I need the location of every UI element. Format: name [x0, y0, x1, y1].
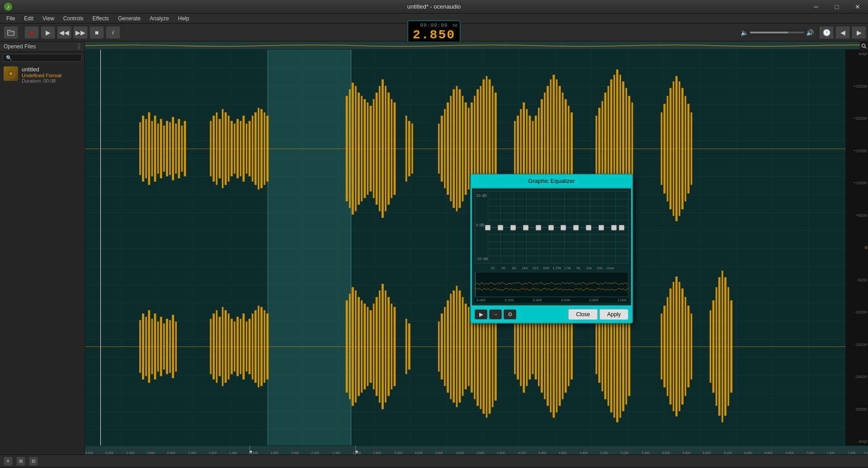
svg-rect-26	[222, 109, 224, 188]
close-button[interactable]: ✕	[847, 0, 868, 14]
svg-rect-122	[681, 88, 684, 210]
eq-handles-row	[488, 192, 628, 263]
svg-rect-63	[441, 116, 443, 182]
svg-rect-50	[370, 106, 372, 192]
svg-rect-170	[379, 290, 381, 402]
stop-button[interactable]: ■	[90, 26, 104, 39]
svg-rect-158	[266, 314, 269, 379]
eq-play-button[interactable]: ▶	[475, 309, 487, 319]
view-details-button[interactable]: ⊟	[29, 457, 38, 466]
svg-rect-186	[462, 297, 464, 396]
time-display: 00:00:00	[420, 23, 448, 28]
view-grid-button[interactable]: ⊞	[16, 457, 25, 466]
svg-rect-36	[252, 116, 254, 182]
svg-rect-162	[355, 290, 357, 402]
eq-handle-40[interactable]	[498, 225, 503, 230]
eq-handle-gain[interactable]	[619, 225, 624, 230]
eq-handle-20k[interactable]	[611, 225, 617, 230]
svg-rect-30	[234, 124, 236, 174]
svg-rect-43	[349, 89, 351, 208]
svg-rect-173	[387, 297, 390, 396]
y-label-15000-top: +15000	[847, 149, 867, 153]
menu-generate[interactable]: Generate	[113, 14, 145, 23]
sidebar-resize-handle[interactable]: ⣿	[77, 43, 81, 50]
svg-rect-159	[346, 300, 348, 393]
eq-handle-2500[interactable]	[573, 225, 579, 230]
svg-rect-157	[264, 310, 265, 383]
waveform-canvas[interactable]	[85, 50, 845, 445]
eq-handle-630[interactable]	[548, 225, 554, 230]
svg-rect-41	[266, 116, 269, 182]
menu-view[interactable]: View	[38, 14, 59, 23]
eq-handle-160[interactable]	[523, 225, 528, 230]
menu-edit[interactable]: Edit	[19, 14, 38, 23]
svg-rect-56	[387, 93, 390, 205]
prev-button[interactable]: ◀◀	[57, 26, 71, 39]
file-format: Undefined Format	[22, 73, 61, 78]
svg-rect-34	[246, 124, 248, 174]
open-button[interactable]	[4, 26, 18, 39]
svg-rect-25	[219, 119, 221, 178]
play-button[interactable]: ▶	[41, 26, 55, 39]
svg-rect-15	[166, 121, 168, 177]
file-list-item[interactable]: untitled Undefined Format Duration: 00:0…	[0, 64, 85, 86]
menu-help[interactable]: Help	[174, 14, 194, 23]
svg-rect-45	[355, 86, 357, 211]
svg-rect-230	[661, 314, 663, 379]
svg-rect-218	[595, 319, 597, 374]
eq-handle-1250[interactable]	[561, 225, 566, 230]
eq-freq-20k: 20k	[594, 266, 605, 270]
svg-rect-134	[163, 323, 165, 370]
svg-line-5	[865, 47, 866, 48]
info-button[interactable]: i	[106, 26, 120, 39]
eq-handle-10k[interactable]	[599, 225, 604, 230]
svg-rect-20	[181, 126, 183, 172]
eq-settings-button[interactable]: ⚙	[504, 309, 516, 319]
svg-rect-236	[679, 282, 680, 411]
maximize-button[interactable]: □	[826, 0, 847, 14]
eq-handle-315[interactable]	[536, 225, 541, 230]
menu-file[interactable]: File	[2, 14, 19, 23]
svg-rect-174	[391, 304, 392, 389]
eq-apply-button[interactable]: Apply	[599, 309, 628, 320]
view-list-button[interactable]: ≡	[4, 457, 13, 466]
nav-back-button[interactable]: ◀	[835, 26, 850, 39]
y-label-10000-top: +10000	[847, 181, 867, 185]
svg-rect-49	[367, 103, 369, 195]
zoom-search-icon[interactable]	[860, 42, 868, 51]
channel-1	[85, 50, 845, 248]
search-input[interactable]	[3, 54, 82, 62]
svg-rect-238	[684, 297, 686, 396]
svg-rect-156	[260, 307, 263, 386]
svg-rect-239	[687, 305, 689, 387]
bpm-display: 2.850	[413, 28, 455, 42]
menu-effects[interactable]: Effects	[88, 14, 113, 23]
svg-rect-155	[258, 305, 259, 387]
clock-button[interactable]: 🕐	[819, 26, 834, 39]
svg-rect-232	[667, 297, 669, 396]
eq-arrow-button[interactable]: →	[489, 309, 502, 319]
svg-rect-245	[722, 271, 723, 422]
record-button[interactable]: ●	[24, 26, 39, 39]
eq-handle-5k[interactable]	[586, 225, 591, 230]
svg-rect-67	[453, 89, 455, 208]
svg-rect-10	[151, 121, 153, 177]
volume-slider[interactable]	[750, 32, 804, 33]
eq-mini-waveform	[475, 272, 628, 297]
eq-freq-gain: Gain	[605, 266, 616, 270]
svg-rect-8	[145, 119, 147, 178]
volume-high-icon: 🔊	[806, 29, 814, 36]
eq-handle-20[interactable]	[485, 225, 491, 230]
menu-controls[interactable]: Controls	[59, 14, 88, 23]
minimize-button[interactable]: ─	[806, 0, 826, 14]
next-button[interactable]: ▶▶	[73, 26, 88, 39]
eq-handle-80[interactable]	[510, 225, 516, 230]
nav-fwd-button[interactable]: ▶	[852, 26, 866, 39]
eq-close-button[interactable]: Close	[568, 309, 598, 320]
svg-rect-182	[450, 294, 452, 399]
svg-rect-23	[212, 116, 215, 182]
svg-rect-22	[210, 121, 212, 177]
svg-rect-185	[459, 290, 461, 402]
menu-analyze[interactable]: Analyze	[145, 14, 174, 23]
channel-2	[85, 248, 845, 445]
